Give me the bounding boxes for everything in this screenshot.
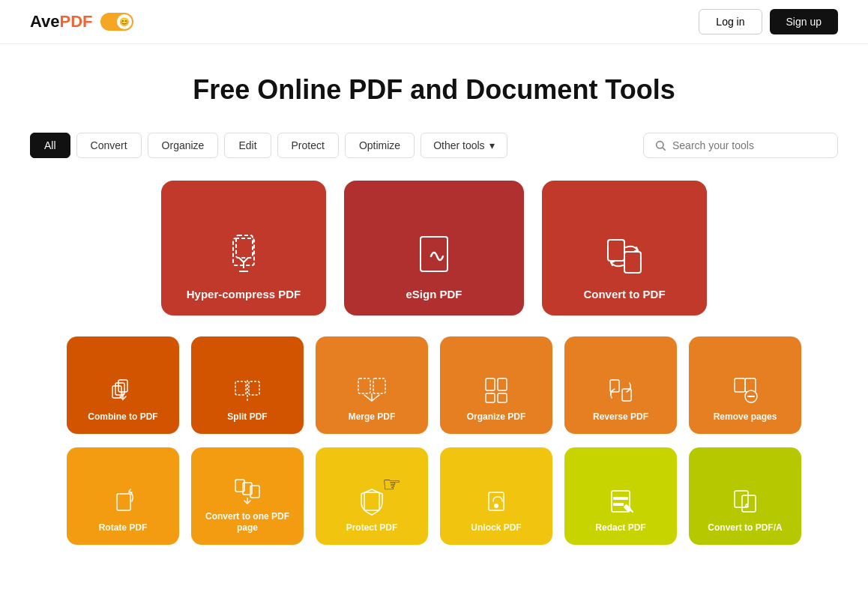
merge-label: Merge PDF <box>349 411 396 423</box>
rotate-label: Rotate PDF <box>99 522 148 534</box>
filter-bar: All Convert Organize Edit Protect Optimi… <box>0 121 868 173</box>
svg-rect-26 <box>117 494 130 510</box>
redact-label: Redact PDF <box>595 522 645 534</box>
tool-esign[interactable]: eSign PDF <box>344 181 524 315</box>
login-button[interactable]: Log in <box>699 9 762 34</box>
svg-rect-6 <box>624 252 641 273</box>
theme-toggle[interactable]: 😊 <box>100 13 133 31</box>
organize-icon <box>481 375 511 405</box>
remove-pages-label: Remove pages <box>714 411 777 423</box>
tool-merge[interactable]: Merge PDF <box>316 336 428 434</box>
tool-protect[interactable]: Protect PDF <box>316 447 428 545</box>
tool-organize[interactable]: Organize PDF <box>440 336 552 434</box>
hero-section: Free Online PDF and Document Tools <box>0 44 868 121</box>
svg-rect-36 <box>613 503 624 506</box>
svg-rect-5 <box>608 240 624 261</box>
svg-rect-4 <box>421 237 447 271</box>
tools-row-2: Rotate PDF Convert to one PDF page Prote… <box>30 447 838 545</box>
split-icon <box>232 375 262 405</box>
svg-line-1 <box>663 148 666 151</box>
svg-rect-16 <box>486 378 495 390</box>
convert-pdfa-label: Convert to PDF/A <box>708 522 782 534</box>
tool-convert-pdfa[interactable]: A Convert to PDF/A <box>689 447 801 545</box>
tool-split[interactable]: Split PDF <box>191 336 304 434</box>
svg-point-33 <box>494 504 498 508</box>
tool-rotate[interactable]: Rotate PDF <box>67 447 179 545</box>
svg-rect-31 <box>364 492 379 510</box>
protect-icon <box>357 486 387 516</box>
logo-area: AvePDF 😊 <box>30 12 133 31</box>
svg-rect-13 <box>358 378 370 393</box>
page-title: Free Online PDF and Document Tools <box>15 74 853 106</box>
convert-to-pdf-label: Convert to PDF <box>583 288 665 301</box>
logo: AvePDF <box>30 12 93 31</box>
svg-rect-23 <box>745 378 756 392</box>
search-input[interactable] <box>672 139 827 151</box>
esign-icon <box>410 232 458 280</box>
esign-label: eSign PDF <box>406 288 462 301</box>
other-tools-label: Other tools <box>433 139 484 151</box>
tool-redact[interactable]: Redact PDF <box>564 447 677 545</box>
tool-convert-to-pdf[interactable]: Convert to PDF <box>542 181 707 315</box>
svg-rect-37 <box>623 504 631 513</box>
svg-rect-10 <box>235 381 246 395</box>
filter-all[interactable]: All <box>30 133 70 158</box>
filter-convert[interactable]: Convert <box>76 133 142 158</box>
chevron-down-icon: ▾ <box>489 139 495 151</box>
search-icon <box>654 139 666 151</box>
signup-button[interactable]: Sign up <box>770 9 838 34</box>
svg-rect-21 <box>622 389 631 401</box>
svg-rect-19 <box>498 393 507 402</box>
hyper-compress-icon <box>220 232 268 280</box>
featured-row: Hyper-compress PDF eSign PDF <box>30 181 838 315</box>
merge-icon <box>357 375 387 405</box>
reverse-label: Reverse PDF <box>593 411 648 423</box>
rotate-icon <box>108 486 138 516</box>
protect-label: Protect PDF <box>346 522 398 534</box>
redact-icon <box>606 486 636 516</box>
unlock-label: Unlock PDF <box>471 522 521 534</box>
svg-rect-18 <box>486 393 495 402</box>
filter-edit[interactable]: Edit <box>224 133 271 158</box>
tools-section: Hyper-compress PDF eSign PDF <box>0 173 868 581</box>
tool-hyper-compress[interactable]: Hyper-compress PDF <box>161 181 326 315</box>
tool-remove-pages[interactable]: Remove pages <box>689 336 801 434</box>
svg-rect-20 <box>610 380 619 392</box>
tool-unlock[interactable]: Unlock PDF <box>440 447 552 545</box>
filter-organize[interactable]: Organize <box>148 133 219 158</box>
convert-to-pdf-icon <box>600 232 648 280</box>
remove-pages-icon <box>730 375 760 405</box>
filter-optimize[interactable]: Optimize <box>345 133 415 158</box>
header: AvePDF 😊 Log in Sign up <box>0 0 868 44</box>
filter-protect[interactable]: Protect <box>277 133 339 158</box>
filter-other[interactable]: Other tools ▾ <box>421 133 507 158</box>
svg-rect-22 <box>735 378 745 392</box>
hyper-compress-label: Hyper-compress PDF <box>187 288 301 301</box>
reverse-icon <box>606 375 636 405</box>
tool-combine[interactable]: Combine to PDF <box>67 336 179 434</box>
toggle-knob: 😊 <box>117 14 132 29</box>
organize-label: Organize PDF <box>467 411 526 423</box>
convert-one-page-icon <box>232 475 262 505</box>
svg-rect-11 <box>249 381 259 395</box>
convert-pdfa-icon: A <box>730 486 760 516</box>
combine-icon <box>108 375 138 405</box>
header-buttons: Log in Sign up <box>699 9 838 34</box>
tool-convert-one-page[interactable]: Convert to one PDF page <box>191 447 304 545</box>
combine-label: Combine to PDF <box>88 411 157 423</box>
convert-one-page-label: Convert to one PDF page <box>199 511 296 534</box>
tools-row-1: Combine to PDF Split PDF Merge PDF <box>30 336 838 434</box>
svg-rect-35 <box>613 497 628 500</box>
tool-reverse[interactable]: Reverse PDF <box>564 336 677 434</box>
split-label: Split PDF <box>227 411 267 423</box>
svg-point-0 <box>657 142 663 148</box>
svg-rect-14 <box>373 378 385 393</box>
search-box <box>643 133 838 158</box>
unlock-icon <box>481 486 511 516</box>
svg-text:A: A <box>744 502 749 509</box>
svg-rect-17 <box>498 378 507 390</box>
